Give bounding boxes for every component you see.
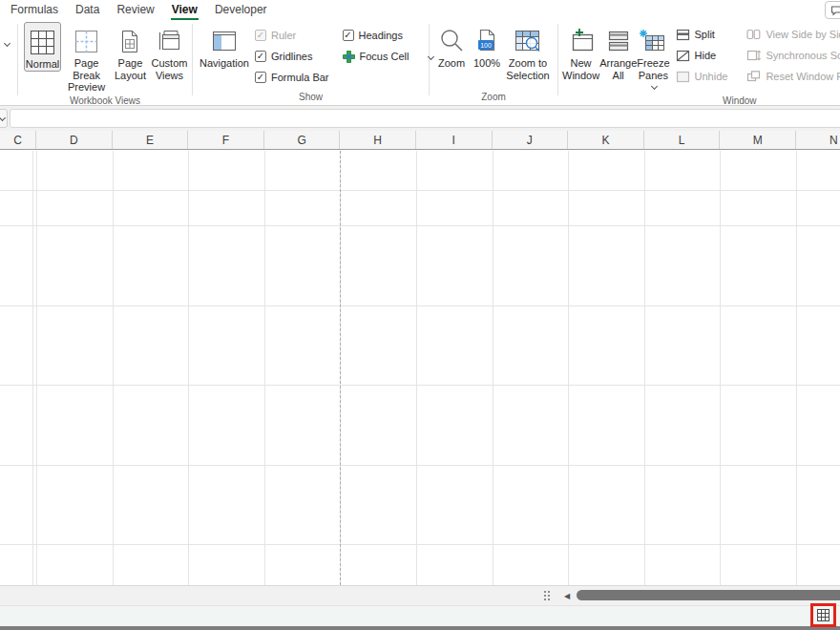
zoom-to-selection-button[interactable]: Zoom to Selection	[504, 22, 552, 81]
zoom-100-badge-text: 100	[480, 42, 492, 49]
navigation-button[interactable]: Navigation	[200, 22, 249, 70]
checkbox-checked-icon: ✓	[255, 72, 266, 83]
scroll-left-arrow[interactable]: ◀	[564, 592, 570, 600]
page-layout-icon	[118, 26, 141, 56]
window-small-buttons: Split Hide Unhide	[676, 27, 728, 90]
column-header-i[interactable]: I	[416, 131, 493, 149]
column-header-n[interactable]: N	[796, 131, 840, 149]
tab-review[interactable]: Review	[108, 0, 162, 20]
zoom-button[interactable]: Zoom	[433, 22, 470, 70]
column-header-c[interactable]: C	[0, 131, 36, 149]
group-zoom: Zoom 100 100% Zoom to Selection Zoom	[431, 20, 556, 105]
spreadsheet-grid[interactable]	[0, 151, 840, 585]
view-side-by-side-button: View Side by Side	[746, 27, 840, 42]
page-break-preview-icon	[74, 26, 99, 56]
checkbox-checked-icon: ✓	[255, 51, 266, 62]
annotation-highlight-box	[810, 603, 836, 627]
formula-bar-row	[0, 106, 840, 131]
scrollbar-resize-handle[interactable]	[544, 591, 551, 602]
normal-view-button[interactable]: Normal	[24, 22, 61, 72]
custom-views-icon	[157, 26, 183, 56]
scrollbar-thumb[interactable]	[577, 590, 840, 600]
ribbon-tab-bar: Formulas Data Review View Developer	[0, 0, 840, 20]
column-header-j[interactable]: J	[493, 131, 569, 149]
group-separator	[192, 24, 193, 95]
custom-views-button[interactable]: Custom Views	[149, 22, 190, 81]
checkbox-checked-icon: ✓	[343, 30, 354, 41]
arrange-all-button[interactable]: Arrange All	[599, 22, 637, 81]
group-workbook-views: Normal Page Break Preview Page Layout Cu…	[20, 20, 190, 105]
zoom-100-icon: 100	[474, 26, 499, 56]
freeze-panes-button[interactable]: Freeze Panes	[637, 22, 669, 94]
column-header-l[interactable]: L	[644, 131, 721, 149]
column-header-g[interactable]: G	[264, 131, 341, 149]
headings-checkbox[interactable]: ✓ Headings	[343, 29, 434, 42]
zoom-to-selection-icon	[514, 26, 542, 56]
column-header-f[interactable]: F	[188, 131, 264, 149]
new-window-button[interactable]: New Window	[562, 22, 599, 81]
group-label-window: Window	[723, 95, 757, 106]
page-layout-button[interactable]: Page Layout	[112, 22, 149, 81]
hide-button[interactable]: Hide	[676, 48, 728, 63]
group-separator	[17, 24, 18, 95]
tab-formulas[interactable]: Formulas	[2, 0, 67, 20]
group-label-zoom: Zoom	[431, 92, 556, 105]
status-normal-view-button[interactable]	[817, 609, 830, 621]
split-icon	[676, 29, 690, 41]
zoom-magnifier-icon	[438, 26, 465, 56]
window-disabled-buttons: View Side by Side Synchronous Scro Reset…	[746, 27, 840, 90]
column-header-m[interactable]: M	[720, 131, 796, 149]
new-window-icon	[568, 26, 595, 56]
unhide-icon	[676, 71, 690, 83]
comment-icon	[830, 5, 840, 16]
normal-view-icon	[29, 27, 56, 57]
tab-view[interactable]: View	[163, 0, 206, 20]
column-header-k[interactable]: K	[568, 131, 644, 149]
page-break-preview-button[interactable]: Page Break Preview	[61, 22, 112, 94]
horizontal-scrollbar: ◀	[0, 585, 840, 605]
focus-cell-icon	[343, 51, 355, 63]
view-side-by-side-icon	[746, 29, 761, 40]
ruler-checkbox: ✓ Ruler	[255, 29, 329, 42]
comments-button[interactable]	[825, 1, 840, 19]
group-separator	[557, 24, 558, 95]
arrange-all-icon	[606, 26, 631, 56]
column-header-row: C D E F G H I J K L M N	[0, 131, 840, 150]
synchronous-scrolling-button: Synchronous Scro	[746, 48, 840, 63]
synchronous-scrolling-icon	[746, 50, 761, 61]
group-label-show: Show	[195, 92, 427, 105]
clipped-ribbon-control	[0, 20, 15, 105]
column-header-d[interactable]: D	[36, 131, 113, 149]
formula-bar-checkbox[interactable]: ✓ Formula Bar	[255, 71, 329, 84]
name-box-clipped[interactable]	[0, 109, 8, 128]
tab-developer[interactable]: Developer	[206, 0, 276, 20]
window-bottom-edge	[0, 626, 840, 630]
status-bar	[0, 605, 840, 626]
group-separator	[429, 24, 430, 95]
ribbon-view-tab-content: Normal Page Break Preview Page Layout Cu…	[0, 20, 840, 106]
navigation-icon	[211, 26, 238, 56]
gridlines-checkbox[interactable]: ✓ Gridlines	[255, 50, 329, 63]
chevron-down-icon	[651, 83, 658, 90]
freeze-panes-icon	[640, 26, 666, 56]
reset-window-position-button: Reset Window Po	[746, 69, 840, 84]
reset-window-position-icon	[746, 71, 761, 82]
page-break-dashed-line	[340, 151, 341, 585]
column-header-h[interactable]: H	[340, 131, 416, 149]
zoom-100-button[interactable]: 100 100%	[470, 22, 504, 70]
group-window: New Window Arrange All Freeze Panes	[560, 20, 840, 105]
formula-bar-input[interactable]	[10, 109, 840, 128]
hide-icon	[676, 50, 690, 62]
column-header-e[interactable]: E	[113, 131, 189, 149]
unhide-button: Unhide	[676, 69, 728, 84]
chevron-down-icon	[0, 115, 6, 121]
group-show: Navigation ✓ Ruler ✓ Gridlines ✓ Formula…	[195, 20, 427, 105]
tab-data[interactable]: Data	[67, 0, 108, 20]
chevron-down-icon[interactable]	[4, 40, 10, 47]
focus-cell-button[interactable]: Focus Cell	[343, 50, 434, 63]
checkbox-checked-icon: ✓	[255, 30, 266, 41]
split-button[interactable]: Split	[676, 27, 728, 42]
